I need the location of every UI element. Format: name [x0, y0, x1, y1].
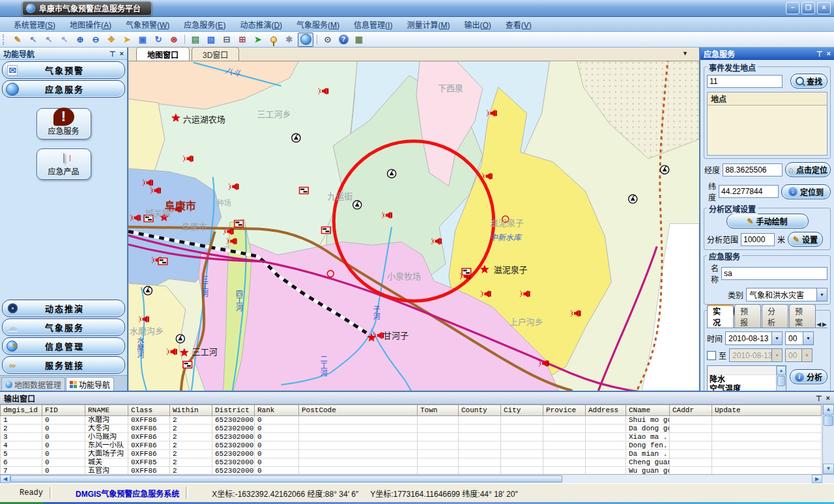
- menu-item-1[interactable]: 地图操作(A): [63, 18, 119, 31]
- pushpin-icon[interactable]: [266, 33, 281, 46]
- column-header[interactable]: dmgis_id: [1, 405, 42, 416]
- emergency-product-big-button[interactable]: 应急产品: [36, 148, 91, 180]
- analysis-tab-1[interactable]: 预报: [734, 304, 761, 328]
- column-header[interactable]: Town: [418, 405, 459, 416]
- toolbar-grip[interactable]: [3, 35, 7, 45]
- scroll-thumb[interactable]: [777, 376, 785, 386]
- sidebar-item-1[interactable]: ☁气象服务: [2, 318, 125, 336]
- date2-select[interactable]: 2010-08-13 ▼: [729, 348, 783, 362]
- hour-select[interactable]: 00 ▼: [785, 331, 814, 345]
- listbox-scrollbar[interactable]: ▲ ▼: [776, 366, 786, 391]
- analysis-tab-3[interactable]: 预案: [789, 304, 816, 328]
- pan-icon[interactable]: ✥: [104, 33, 119, 46]
- table-row[interactable]: 50大面场子沟0XFF8626523020000Da mian ...: [1, 450, 822, 458]
- flag-marker[interactable]: [300, 187, 309, 193]
- latitude-field[interactable]: [719, 185, 779, 198]
- flag-marker[interactable]: [462, 268, 471, 275]
- column-header[interactable]: Provice: [543, 405, 586, 416]
- pin-icon[interactable]: ⊥: [816, 394, 822, 402]
- column-header[interactable]: PostCode: [299, 405, 418, 416]
- sidebar-item-0[interactable]: 动态推演: [2, 300, 125, 317]
- select-polygon-icon[interactable]: ↖: [26, 33, 40, 46]
- camera-marker[interactable]: [353, 201, 362, 209]
- longitude-field[interactable]: [723, 163, 783, 176]
- tab-scroll-right-icon[interactable]: ▶: [822, 321, 827, 328]
- export-map-icon[interactable]: ▧: [204, 33, 218, 46]
- camera-marker[interactable]: [176, 335, 184, 343]
- sidebar-item-2[interactable]: ✎信息管理: [2, 337, 125, 355]
- keyword-input[interactable]: [707, 75, 783, 88]
- set-range-button[interactable]: ✎ 设置: [788, 232, 823, 247]
- table-vscrollbar[interactable]: ▲ ▼: [822, 404, 834, 474]
- column-header[interactable]: RNAME: [85, 405, 128, 416]
- range-input[interactable]: [741, 233, 775, 246]
- column-header[interactable]: Address: [586, 405, 626, 416]
- select-rect-icon[interactable]: ↖: [42, 33, 56, 46]
- menu-item-6[interactable]: 信息管理(I): [347, 18, 399, 31]
- goto-location-button[interactable]: ↓ 定位到: [781, 184, 831, 199]
- tab-scroll-left-icon[interactable]: ◀: [816, 321, 821, 328]
- analysis-tab-0[interactable]: 实况: [707, 304, 734, 328]
- pin-icon[interactable]: ⊥: [109, 49, 116, 58]
- column-header[interactable]: FID: [42, 405, 85, 416]
- map-layers-icon[interactable]: ▤: [188, 33, 203, 46]
- scroll-up-icon[interactable]: ▲: [823, 404, 834, 415]
- menu-item-2[interactable]: 气象预警(W): [119, 18, 177, 31]
- table-row[interactable]: 30小马厩沟0XFF8626523020000Xiao ma ...: [1, 433, 822, 441]
- full-extent-icon[interactable]: ▣: [136, 33, 150, 46]
- analysis-tab-2[interactable]: 分析: [762, 304, 788, 328]
- column-header[interactable]: Rank: [255, 405, 299, 416]
- scroll-left-icon[interactable]: ◀: [0, 475, 10, 483]
- table-row[interactable]: 20大冬沟0XFF8626523020000Da dong gou: [1, 425, 822, 433]
- tab-map-data-manage[interactable]: 地图数据管理: [1, 377, 65, 391]
- zoom-in-icon[interactable]: ⊕: [73, 33, 87, 46]
- list-item[interactable]: 降水: [708, 375, 786, 384]
- menu-item-3[interactable]: 应急服务(E): [177, 18, 233, 31]
- menu-item-0[interactable]: 系统管理(S): [7, 18, 63, 31]
- refresh-icon[interactable]: ↻: [151, 33, 165, 46]
- column-header[interactable]: CName: [626, 405, 670, 416]
- measure-icon[interactable]: ✎: [10, 33, 25, 46]
- column-header[interactable]: Within: [170, 405, 212, 416]
- date-select[interactable]: 2010-08-13 ▼: [725, 331, 783, 345]
- to-time-checkbox[interactable]: [707, 351, 716, 360]
- camera-marker[interactable]: [629, 195, 637, 203]
- flag-marker[interactable]: [158, 258, 167, 264]
- search-button[interactable]: 查找: [790, 74, 827, 89]
- sidebar-item-3[interactable]: ∞服务链接: [2, 356, 125, 374]
- analyze-button[interactable]: i 分析: [790, 369, 827, 384]
- flag-marker[interactable]: [321, 227, 330, 233]
- table-row[interactable]: 60城关0XFF8526523020000Cheng guan: [1, 458, 822, 467]
- table-row[interactable]: 70五官沟0XFF8626523020000Wu guan gou: [1, 467, 822, 475]
- pointer-icon[interactable]: ➤: [120, 33, 134, 46]
- table-row[interactable]: 40东风一小队0XFF8626523020000Dong fen...: [1, 441, 822, 450]
- close-icon[interactable]: ×: [120, 49, 124, 58]
- service-type-select[interactable]: 气象和洪水灾害 ▼: [746, 288, 827, 301]
- tab-3d-view[interactable]: 3D窗口: [192, 47, 239, 61]
- click-locate-button[interactable]: ⌂ 点击定位: [785, 162, 831, 177]
- column-header[interactable]: City: [501, 405, 543, 416]
- help-icon[interactable]: ?: [336, 33, 351, 46]
- globe-icon[interactable]: [298, 33, 313, 47]
- emergency-service-big-button[interactable]: 应急服务: [36, 108, 91, 139]
- settings-icon[interactable]: ✱: [282, 33, 296, 46]
- menu-item-7[interactable]: 测量计算(M): [399, 18, 457, 31]
- tab-map-view[interactable]: 地图窗口: [136, 47, 190, 61]
- manual-draw-button[interactable]: ✎ 手动绘制: [726, 214, 809, 229]
- export-image-icon[interactable]: ▦: [352, 33, 366, 46]
- camera-marker[interactable]: [292, 133, 300, 142]
- select-feature-icon[interactable]: ➤: [251, 33, 265, 46]
- column-header[interactable]: CAddr: [670, 405, 712, 416]
- element-listbox[interactable]: 降水空气温度 ▲ ▼: [707, 365, 786, 391]
- table-hscrollbar[interactable]: ◀ ▶: [0, 474, 834, 483]
- menu-item-4[interactable]: 动态推演(D): [233, 18, 289, 31]
- column-header[interactable]: Update: [712, 405, 822, 416]
- zoom-out-icon[interactable]: ⊖: [89, 33, 103, 46]
- scroll-thumb[interactable]: [10, 475, 562, 483]
- scroll-up-icon[interactable]: ▲: [777, 366, 786, 375]
- select-point-icon[interactable]: ↖: [57, 33, 72, 46]
- scroll-thumb[interactable]: [824, 415, 833, 426]
- camera-marker[interactable]: [143, 287, 152, 295]
- table-row[interactable]: 10水磨沟0XFF8626523020000Shui mo gou: [1, 416, 822, 425]
- sidebar-item-top-1[interactable]: 应急服务: [2, 80, 125, 98]
